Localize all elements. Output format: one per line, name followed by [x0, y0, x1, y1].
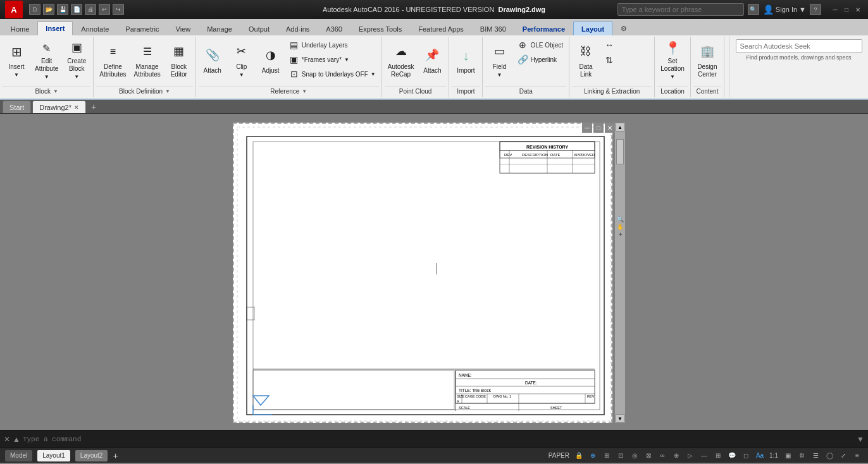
- osnap-icon[interactable]: ⊠: [643, 450, 654, 461]
- ui-icon[interactable]: ☰: [810, 450, 821, 461]
- tab-output[interactable]: Output: [240, 21, 278, 35]
- anno-scale[interactable]: 1:1: [768, 450, 779, 461]
- tab-express-tools[interactable]: Express Tools: [350, 21, 410, 35]
- tp-icon[interactable]: ⊞: [712, 450, 724, 461]
- new-layout-btn[interactable]: +: [113, 451, 118, 461]
- clip-btn[interactable]: ✂ Clip ▼: [228, 38, 256, 82]
- block-def-expand-arrow[interactable]: ▼: [165, 89, 170, 94]
- undo-btn[interactable]: ↩: [99, 4, 110, 15]
- tab-home[interactable]: Home: [3, 21, 37, 35]
- data-link-btn[interactable]: ⛓ DataLink: [572, 38, 600, 82]
- print-btn[interactable]: 🖨: [85, 4, 96, 15]
- autodesk-recap-btn[interactable]: ☁ AutodeskReCap: [385, 38, 418, 82]
- open-file-btn[interactable]: 📂: [43, 4, 54, 15]
- block-editor-btn[interactable]: ▦ BlockEditor: [165, 38, 193, 82]
- tab-annotate[interactable]: Annotate: [73, 21, 117, 35]
- nav-icon1[interactable]: 🔍: [617, 216, 624, 223]
- tab-layout[interactable]: Layout: [573, 21, 612, 35]
- hyperlink-btn[interactable]: 🔗 Hyperlink: [514, 52, 566, 66]
- close-btn[interactable]: ✕: [853, 4, 863, 15]
- attach-btn[interactable]: 📎 Attach: [199, 38, 226, 82]
- keyword-search-input[interactable]: [617, 3, 744, 16]
- customize-icon[interactable]: ≡: [852, 450, 863, 461]
- search-icon[interactable]: 🔍: [748, 4, 759, 15]
- tab-view[interactable]: View: [168, 21, 199, 35]
- define-attributes-btn[interactable]: ≡ DefineAttributes: [96, 38, 129, 82]
- design-center-btn[interactable]: 🏢 DesignCenter: [693, 38, 721, 82]
- drawing-area[interactable]: ─ □ ✕: [0, 114, 868, 430]
- ole-object-btn[interactable]: ⊕ OLE Object: [514, 38, 566, 52]
- reference-expand-arrow[interactable]: ▼: [302, 89, 307, 94]
- scroll-thumb[interactable]: [616, 139, 624, 164]
- scroll-down-btn[interactable]: ▼: [616, 414, 624, 423]
- cmd-expand-btn[interactable]: ▲: [13, 435, 20, 444]
- tab-start[interactable]: Start: [3, 101, 31, 113]
- isolate-icon[interactable]: ◯: [824, 450, 835, 461]
- drawing-canvas[interactable]: REVISION HISTORY REV DESCRIPTION DATE AP…: [233, 123, 612, 423]
- layout1-tab[interactable]: Layout1: [37, 450, 70, 461]
- underlay-layers-btn[interactable]: ▤ Underlay Layers: [286, 38, 379, 52]
- sign-in-btn[interactable]: 👤 Sign In ▼: [763, 4, 806, 15]
- manage-attributes-btn[interactable]: ☰ ManageAttributes: [131, 38, 164, 82]
- nav-icon3[interactable]: ✦: [618, 231, 623, 238]
- tab-insert[interactable]: Insert: [37, 21, 73, 35]
- new-file-btn[interactable]: 🗋: [29, 4, 40, 15]
- set-location-btn[interactable]: 📍 SetLocation ▼: [657, 38, 688, 82]
- nav-icon2[interactable]: ✋: [617, 224, 624, 230]
- create-block-btn[interactable]: ▣ CreateBlock ▼: [63, 38, 90, 82]
- link-small-btn2[interactable]: ⇅: [601, 53, 652, 67]
- help-icon[interactable]: ?: [810, 4, 821, 15]
- lock-icon[interactable]: 🔒: [573, 450, 585, 461]
- cmd-close-btn[interactable]: ✕: [4, 435, 10, 444]
- tab-performance[interactable]: Performance: [514, 21, 573, 35]
- ortho-icon[interactable]: ⊡: [615, 450, 626, 461]
- command-input[interactable]: [23, 436, 854, 443]
- layout2-tab[interactable]: Layout2: [75, 450, 108, 461]
- dyn-icon[interactable]: ▷: [685, 450, 696, 461]
- grid-icon[interactable]: ⊞: [601, 450, 612, 461]
- fullscreen-icon[interactable]: ⤢: [838, 450, 849, 461]
- tab-a360[interactable]: A360: [318, 21, 350, 35]
- float-minimize-btn[interactable]: ─: [582, 123, 592, 133]
- qp-icon[interactable]: 💬: [726, 450, 738, 461]
- cmd-scroll-btn[interactable]: ▼: [857, 435, 864, 444]
- tab-bim360[interactable]: BIM 360: [472, 21, 514, 35]
- minimize-btn[interactable]: ─: [830, 4, 840, 15]
- import-btn[interactable]: ↓ Import: [452, 38, 480, 82]
- vp-scale[interactable]: ▣: [782, 450, 793, 461]
- scroll-up-btn[interactable]: ▲: [616, 123, 624, 131]
- block-expand-arrow[interactable]: ▼: [53, 89, 58, 94]
- model-tab[interactable]: Model: [5, 450, 32, 461]
- tab-drawing2[interactable]: Drawing2* ✕: [32, 101, 86, 113]
- polar-icon[interactable]: ◎: [629, 450, 640, 461]
- float-restore-btn[interactable]: □: [593, 123, 604, 133]
- ducs-icon[interactable]: ⊕: [671, 450, 682, 461]
- sel-icon[interactable]: ◻: [740, 450, 752, 461]
- anno-icon[interactable]: Aa: [754, 450, 766, 461]
- drawing2-tab-close[interactable]: ✕: [74, 104, 79, 111]
- save-as-btn[interactable]: 📄: [71, 4, 82, 15]
- insert-btn[interactable]: ⊞ Insert ▼: [3, 38, 30, 82]
- frames-vary-btn[interactable]: ▣ *Frames vary* ▼: [286, 52, 379, 66]
- lw-icon[interactable]: —: [698, 450, 710, 461]
- restore-btn[interactable]: □: [841, 4, 852, 15]
- vertical-scrollbar[interactable]: ▲ 🔍 ✋ ✦ ▼: [615, 123, 625, 423]
- redo-btn[interactable]: ↪: [113, 4, 124, 15]
- attach2-btn[interactable]: 📌 Attach: [418, 38, 446, 82]
- edit-attribute-btn[interactable]: ✎ EditAttribute ▼: [32, 38, 61, 82]
- tab-parametric[interactable]: Parametric: [117, 21, 167, 35]
- tab-featured-apps[interactable]: Featured Apps: [410, 21, 472, 35]
- workspace-icon[interactable]: ⚙: [796, 450, 807, 461]
- field-btn[interactable]: ▭ Field ▼: [485, 38, 513, 82]
- adjust-btn[interactable]: ◑ Adjust: [257, 38, 285, 82]
- ribbon-search-input[interactable]: [736, 39, 862, 53]
- tab-manage[interactable]: Manage: [199, 21, 240, 35]
- save-btn[interactable]: 💾: [57, 4, 68, 15]
- snap-to-underlays-btn[interactable]: ⊡ Snap to Underlays OFF ▼: [286, 67, 379, 81]
- tab-options[interactable]: ⚙: [612, 21, 635, 35]
- new-tab-btn[interactable]: +: [87, 101, 100, 113]
- otrack-icon[interactable]: ∞: [657, 450, 668, 461]
- coords-icon[interactable]: ⊕: [587, 450, 598, 461]
- link-small-btn1[interactable]: ↔: [601, 38, 652, 52]
- tab-add-ins[interactable]: Add-ins: [278, 21, 318, 35]
